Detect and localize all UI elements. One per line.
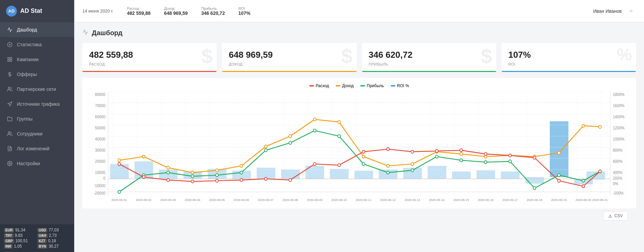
stat-card-pribyl: $ 346 620,72 ПРИБЫЛЬ	[362, 43, 496, 72]
svg-point-77	[289, 135, 291, 138]
nav-label-traffic: Источники трафика	[17, 101, 60, 107]
legend-dot-pribyl	[360, 85, 365, 86]
svg-point-131	[582, 185, 585, 188]
sidebar-item-dashboard[interactable]: Дашборд	[0, 22, 74, 37]
svg-point-93	[167, 171, 169, 174]
sidebar-item-employees[interactable]: Сотрудники	[0, 126, 74, 141]
nav-label-statistics: Статистика	[17, 42, 42, 47]
svg-point-121	[338, 164, 340, 167]
svg-point-114	[167, 179, 169, 182]
gear-icon	[7, 160, 13, 167]
csv-label: CSV	[614, 213, 623, 218]
header-stat-label-3: ROI	[238, 6, 250, 10]
svg-text:2020-06-07: 2020-06-07	[258, 198, 274, 202]
traffic-icon	[7, 101, 13, 107]
chart-area: 80000 70000 60000 50000 40000 30000 2000…	[88, 92, 631, 203]
main: 14 июня 2020 г. Расход 482 559,88 Доход …	[74, 0, 644, 252]
app-name: AD Stat	[20, 7, 42, 15]
stat-value-roi: 107%	[508, 50, 629, 60]
sidebar-item-traffic[interactable]: Источники трафика	[0, 97, 74, 111]
currency-badge-usd: USD	[37, 228, 47, 232]
csv-bar: CSV	[82, 208, 636, 223]
content: Дашборд $ 482 559,88 РАСХОД $ 648 969,59…	[74, 22, 644, 252]
svg-point-115	[191, 180, 194, 183]
svg-rect-4	[10, 57, 12, 59]
sidebar-item-changelog[interactable]: Лог изменений	[0, 141, 74, 156]
stat-label-rasxod: РАСХОД	[89, 62, 210, 66]
svg-rect-55	[476, 170, 495, 179]
header-stat-label-1: Доход	[164, 6, 188, 10]
header-stat-doxod: Доход 648 969,59	[164, 6, 188, 16]
svg-text:1400%: 1400%	[613, 115, 624, 119]
legend-label-pribyl: Прибыль	[367, 83, 384, 88]
svg-rect-50	[354, 171, 373, 179]
currency-badge-inr: INR	[4, 244, 12, 249]
svg-text:1000%: 1000%	[613, 137, 624, 142]
svg-text:0%: 0%	[613, 182, 618, 186]
download-icon	[608, 214, 612, 218]
svg-point-10	[8, 132, 10, 133]
svg-point-106	[484, 161, 487, 164]
svg-text:2020-06-17: 2020-06-17	[502, 198, 518, 202]
stat-value-doxod: 648 969,59	[229, 50, 349, 60]
svg-text:50000: 50000	[95, 126, 106, 130]
header: 14 июня 2020 г. Расход 482 559,88 Доход …	[74, 0, 644, 22]
svg-point-79	[338, 121, 340, 124]
chart-container: Расход Доход Прибыль ROI %	[82, 78, 636, 208]
svg-rect-47	[281, 170, 300, 179]
svg-point-74	[216, 169, 218, 172]
legend-label-rasxod: Расход	[316, 83, 329, 88]
svg-point-76	[264, 145, 267, 148]
chart-line-icon	[7, 27, 13, 33]
svg-text:2020-06-12: 2020-06-12	[380, 198, 396, 202]
svg-point-97	[264, 149, 267, 152]
svg-text:-10000: -10000	[94, 183, 105, 188]
header-stat-pribyl: Прибыль 346 620,72	[201, 6, 225, 16]
svg-point-80	[362, 155, 365, 158]
svg-text:2020-06-13: 2020-06-13	[404, 198, 420, 202]
svg-point-70	[118, 159, 121, 162]
folder-icon	[7, 116, 13, 122]
svg-rect-40	[110, 164, 129, 179]
sidebar-item-offers[interactable]: Офферы	[0, 67, 74, 82]
legend-rasxod: Расход	[309, 83, 329, 88]
svg-point-71	[142, 155, 145, 158]
sidebar-item-statistics[interactable]: Статистика	[0, 37, 74, 52]
svg-text:1800%: 1800%	[613, 93, 624, 97]
svg-point-112	[118, 162, 121, 166]
stat-label-pribyl: ПРИБЫЛЬ	[369, 62, 489, 66]
stat-bg-icon-pribyl: $	[481, 46, 492, 67]
svg-rect-54	[452, 172, 471, 179]
logout-button[interactable]: →	[625, 6, 636, 17]
currency-grid: EUR 91,34 USD 77,03 TRY 9,83 UAH 2,73 GB…	[0, 224, 74, 252]
currency-val-kzt: 0,18	[48, 238, 56, 243]
svg-point-82	[411, 162, 414, 166]
stat-card-rasxod: $ 482 559,88 РАСХОД	[82, 43, 217, 72]
svg-point-107	[509, 160, 511, 163]
header-date: 14 июня 2020 г.	[82, 8, 113, 14]
nav-label-offers: Офферы	[17, 72, 37, 77]
dollar-icon	[7, 71, 13, 77]
log-icon	[7, 146, 13, 152]
logo-icon: AD	[6, 6, 17, 17]
svg-text:2020-06-08: 2020-06-08	[282, 198, 298, 202]
header-stat-rasxod: Расход 482 559,88	[127, 6, 150, 16]
network-icon	[7, 86, 13, 92]
sidebar-item-settings[interactable]: Настройки	[0, 156, 74, 171]
chart-svg: 80000 70000 60000 50000 40000 30000 2000…	[88, 92, 631, 203]
currency-val-inr: 1,05	[14, 244, 22, 249]
svg-point-104	[436, 155, 438, 158]
csv-button[interactable]: CSV	[603, 211, 628, 221]
bar-chart-icon	[7, 42, 13, 48]
stat-cards: $ 482 559,88 РАСХОД $ 648 969,59 ДОХОД $…	[82, 43, 636, 72]
svg-text:2020-06-06: 2020-06-06	[233, 198, 249, 202]
sidebar-item-groups[interactable]: Группы	[0, 111, 74, 126]
sidebar-item-networks[interactable]: Партнерские сети	[0, 82, 74, 97]
svg-point-126	[460, 149, 463, 152]
svg-point-108	[533, 187, 536, 190]
currency-gbp: GBP 100,51	[4, 238, 37, 243]
legend-pribyl: Прибыль	[360, 83, 384, 88]
sidebar-item-campaigns[interactable]: Кампании	[0, 52, 74, 67]
svg-point-81	[387, 165, 389, 168]
nav-label-dashboard: Дашборд	[17, 27, 37, 32]
